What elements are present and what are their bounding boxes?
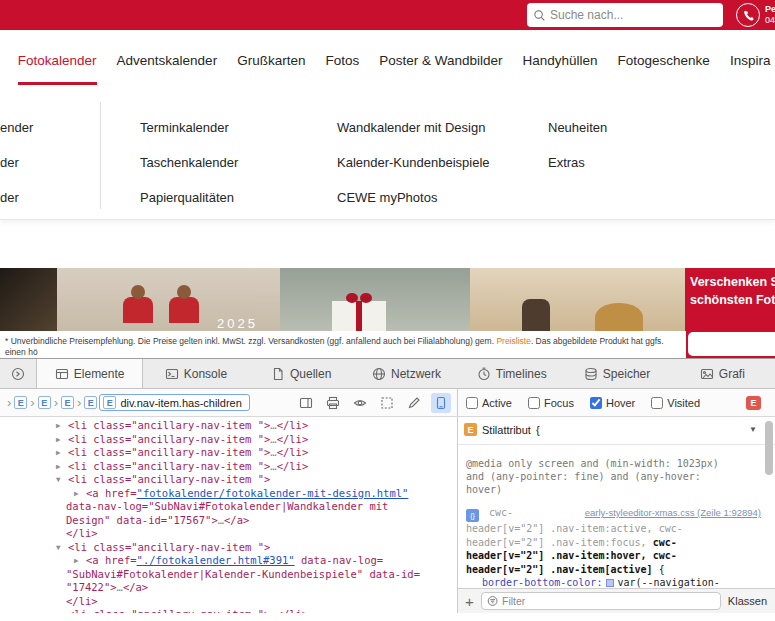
- child-figure: [522, 299, 550, 331]
- color-swatch-icon[interactable]: [606, 579, 614, 587]
- code-token: "fotokalender/fotokalender-mit-design.ht…: [137, 487, 409, 499]
- element-badge-icon[interactable]: E: [38, 396, 51, 409]
- nav-item-handyhüllen[interactable]: Handyhüllen: [523, 30, 598, 90]
- events-badge[interactable]: E: [746, 396, 761, 410]
- megamenu-item[interactable]: CEWE myPhotos: [337, 180, 490, 215]
- disclosure-closed-icon[interactable]: ▶: [56, 446, 68, 460]
- dom-tree-line[interactable]: ▶<li class="ancillary-nav-item ">…</li>: [0, 460, 457, 474]
- megamenu-item[interactable]: Taschenkalender: [140, 145, 238, 180]
- dom-tree-line[interactable]: ▶<li class="ancillary-nav-item "> </li>: [0, 608, 457, 613]
- nav-item-poster-wandbilder[interactable]: Poster & Wandbilder: [379, 30, 502, 90]
- promo-banner[interactable]: 2025: [0, 268, 775, 331]
- layout-columns-icon[interactable]: [296, 393, 316, 413]
- dom-tree-line[interactable]: ▶<a href="fotokalender/fotokalender-mit-…: [0, 487, 457, 501]
- search-box[interactable]: [527, 3, 723, 27]
- code-token: <li class="ancillary-nav-item ">: [68, 460, 270, 472]
- scrollbar-thumb[interactable]: [765, 421, 773, 475]
- device-mode-icon[interactable]: [431, 393, 451, 413]
- tab-graphics[interactable]: Grafi: [670, 359, 775, 388]
- megamenu-item[interactable]: Wandkalender mit Design: [337, 110, 490, 145]
- megamenu-item[interactable]: der: [0, 180, 33, 215]
- selector-line: header[v="2"] .nav-item[active] {: [466, 563, 761, 577]
- timelines-icon: [477, 367, 491, 381]
- megamenu-item[interactable]: Papierqualitäten: [140, 180, 238, 215]
- add-rule-button[interactable]: +: [465, 594, 474, 609]
- megamenu-item[interactable]: der: [0, 145, 33, 180]
- pseudo-toggle-active[interactable]: Active: [466, 397, 512, 409]
- main-nav: HFotokalenderAdventskalenderGrußkartenFo…: [0, 30, 775, 90]
- dom-tree-line[interactable]: ▶<li class="ancillary-nav-item ">…</li>: [0, 446, 457, 460]
- element-badge-icon[interactable]: E: [61, 396, 74, 409]
- element-badge-icon[interactable]: E: [84, 396, 97, 409]
- megamenu-item[interactable]: ender: [0, 110, 33, 145]
- nav-item-grußkarten[interactable]: Grußkarten: [237, 30, 305, 90]
- grid-overlay-icon[interactable]: [377, 393, 397, 413]
- disclosure-open-icon[interactable]: ▼: [56, 541, 68, 555]
- chevron-right-icon: ›: [30, 395, 34, 410]
- print-icon[interactable]: [323, 393, 343, 413]
- disclosure-closed-icon[interactable]: ▶: [74, 554, 86, 568]
- nav-item-adventskalender[interactable]: Adventskalender: [117, 30, 218, 90]
- nav-item-fotos[interactable]: Fotos: [325, 30, 359, 90]
- dom-tree-line[interactable]: ▼<li class="ancillary-nav-item ">: [0, 541, 457, 555]
- style-attribute-title: Stilattribut: [482, 424, 531, 436]
- edit-pencil-icon[interactable]: [404, 393, 424, 413]
- dom-tree-line[interactable]: "17422">…</a>: [0, 581, 457, 595]
- disclosure-closed-icon[interactable]: ▶: [56, 433, 68, 447]
- eye-icon[interactable]: [350, 393, 370, 413]
- dom-tree-line[interactable]: Design" data-id="17567">…</a>: [0, 514, 457, 528]
- price-list-link[interactable]: Preisliste: [496, 336, 530, 346]
- pseudo-toggle-visited[interactable]: Visited: [651, 397, 700, 409]
- disclosure-closed-icon[interactable]: ▶: [56, 608, 68, 613]
- dom-tree-line[interactable]: </li>: [0, 527, 457, 541]
- filter-input[interactable]: [502, 595, 715, 607]
- tab-sources[interactable]: Quellen: [249, 359, 354, 388]
- breadcrumb-selected[interactable]: E div.nav-item.has-children: [99, 394, 249, 411]
- megamenu-item[interactable]: Kalender-Kundenbeispiele: [337, 145, 490, 180]
- megamenu-item[interactable]: Terminkalender: [140, 110, 238, 145]
- classes-toggle-button[interactable]: Klassen: [728, 595, 767, 607]
- dom-tree-line[interactable]: ▼<li class="ancillary-nav-item ">: [0, 473, 457, 487]
- dom-tree-line[interactable]: ▶<a href="./fotokalender.html#391" data-…: [0, 554, 457, 568]
- promo-cta-button[interactable]: [688, 332, 775, 356]
- disclosure-closed-icon[interactable]: ▶: [56, 460, 68, 474]
- nav-item-inspira[interactable]: Inspira: [730, 30, 771, 90]
- chevron-down-icon[interactable]: ▼: [749, 425, 757, 434]
- tab-timelines[interactable]: Timelines: [459, 359, 564, 388]
- pseudo-toggle-hover[interactable]: Hover: [590, 397, 635, 409]
- banner-photo-kids: 2025: [57, 268, 280, 331]
- screenshot-root: Per 044 HFotokalenderAdventskalenderGruß…: [0, 0, 775, 621]
- megamenu-column: TerminkalenderTaschenkalenderPapierquali…: [140, 110, 238, 215]
- checkbox-visited[interactable]: [651, 397, 663, 409]
- dom-tree-line[interactable]: data-nav-log="SubNavi#Fotokalender|Wandk…: [0, 500, 457, 514]
- checkbox-hover[interactable]: [590, 397, 602, 409]
- search-input[interactable]: [550, 8, 717, 22]
- dom-tree-line[interactable]: ▶<li class="ancillary-nav-item ">…</li>: [0, 433, 457, 447]
- disclosure-closed-icon[interactable]: ▶: [56, 419, 68, 433]
- disclosure-open-icon[interactable]: ▼: [56, 473, 68, 487]
- tab-network[interactable]: Netzwerk: [354, 359, 459, 388]
- site-header: Per 044: [0, 0, 775, 30]
- css-property-line[interactable]: border-bottom-color:var(--navigation-: [466, 576, 761, 588]
- stylesheet-source-link[interactable]: early-styleeditor-xmas.css (Zeile 1:9289…: [585, 506, 761, 520]
- tab-storage[interactable]: Speicher: [564, 359, 669, 388]
- tab-elements[interactable]: Elemente: [36, 359, 143, 388]
- checkbox-active[interactable]: [466, 397, 478, 409]
- search-icon: [533, 9, 546, 22]
- dom-tree-line[interactable]: ▶<li class="ancillary-nav-item ">…</li>: [0, 419, 457, 433]
- megamenu-item[interactable]: Neuheiten: [548, 110, 607, 145]
- filter-field[interactable]: [481, 592, 721, 610]
- phone-contact[interactable]: Per 044: [736, 3, 775, 27]
- disclosure-closed-icon[interactable]: ▶: [74, 487, 86, 501]
- megamenu-item[interactable]: Extras: [548, 145, 607, 180]
- element-badge-icon[interactable]: E: [14, 396, 27, 409]
- nav-item-fotokalender[interactable]: Fotokalender: [18, 30, 97, 90]
- inspector-dock-button[interactable]: [0, 359, 36, 388]
- dom-tree-line[interactable]: "SubNavi#Fotokalender|Kalender-Kundenbei…: [0, 568, 457, 582]
- nav-item-fotogeschenke[interactable]: Fotogeschenke: [618, 30, 710, 90]
- dom-tree-line[interactable]: </li>: [0, 595, 457, 609]
- tab-console[interactable]: Konsole: [143, 359, 248, 388]
- checkbox-focus[interactable]: [528, 397, 540, 409]
- pseudo-toggle-focus[interactable]: Focus: [528, 397, 574, 409]
- selector-token: cwc-: [653, 537, 677, 548]
